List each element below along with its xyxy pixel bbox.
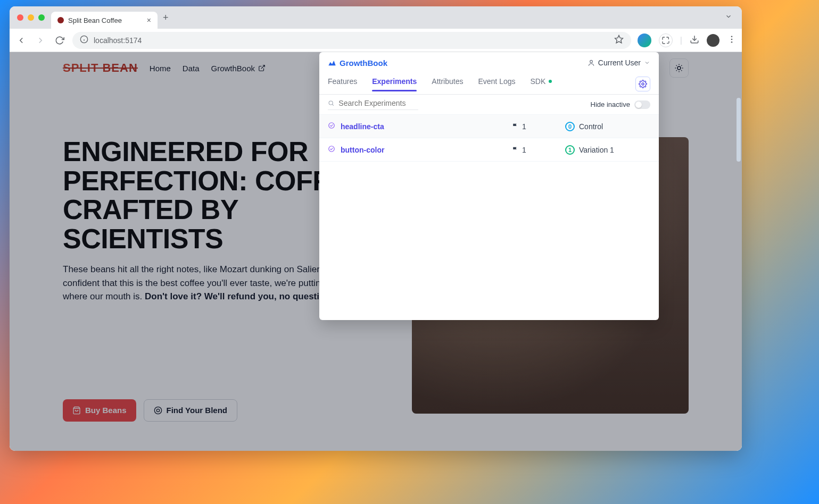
tab-experiments[interactable]: Experiments bbox=[372, 77, 417, 91]
browser-menu-icon[interactable] bbox=[727, 35, 737, 46]
gb-current-user[interactable]: Current User bbox=[588, 58, 650, 67]
tab-sdk-label: SDK bbox=[531, 77, 546, 86]
window-controls bbox=[17, 14, 45, 21]
tab-close-icon[interactable]: × bbox=[147, 16, 151, 24]
browser-window: Split Bean Coffee × + localhost:5174 bbox=[10, 6, 742, 451]
svg-point-6 bbox=[731, 38, 733, 40]
window-close-icon[interactable] bbox=[17, 14, 23, 21]
gear-icon bbox=[639, 80, 647, 88]
gb-search-row: Hide inactive bbox=[319, 95, 659, 115]
svg-line-23 bbox=[333, 104, 334, 105]
gb-logo[interactable]: GrowthBook bbox=[328, 58, 387, 68]
toolbar-right: | bbox=[638, 33, 737, 47]
search-icon bbox=[328, 99, 334, 107]
flag-icon bbox=[512, 123, 519, 130]
variant-label: Control bbox=[579, 122, 603, 131]
variant-label: Variation 1 bbox=[579, 146, 614, 154]
tab-event-logs[interactable]: Event Logs bbox=[478, 77, 515, 91]
growthbook-panel: GrowthBook Current User Features Experim… bbox=[319, 52, 659, 320]
window-maximize-icon[interactable] bbox=[38, 14, 45, 21]
variant-badge: 0 bbox=[565, 122, 575, 131]
svg-point-25 bbox=[329, 146, 335, 152]
experiment-status-icon bbox=[328, 122, 337, 131]
user-icon bbox=[588, 59, 595, 66]
flag-icon bbox=[512, 146, 519, 153]
profile-avatar[interactable] bbox=[707, 34, 719, 47]
site-info-icon[interactable] bbox=[80, 35, 88, 45]
search-input[interactable] bbox=[338, 99, 418, 107]
sdk-status-dot-icon bbox=[549, 80, 552, 83]
chevron-down-icon bbox=[644, 60, 650, 66]
gb-tabs: Features Experiments Attributes Event Lo… bbox=[319, 73, 659, 95]
svg-marker-3 bbox=[615, 36, 623, 43]
tab-attributes[interactable]: Attributes bbox=[432, 77, 463, 91]
hide-inactive-toggle[interactable] bbox=[634, 100, 650, 109]
new-tab-button[interactable]: + bbox=[163, 12, 169, 23]
svg-point-5 bbox=[731, 36, 733, 37]
flag-count-value: 1 bbox=[522, 146, 526, 154]
gb-search[interactable] bbox=[328, 99, 418, 110]
url-field[interactable]: localhost:5174 bbox=[72, 32, 631, 49]
hide-inactive-control: Hide inactive bbox=[591, 100, 650, 109]
window-minimize-icon[interactable] bbox=[28, 14, 34, 21]
extension-growthbook-icon[interactable] bbox=[638, 33, 651, 47]
variant-badge: 1 bbox=[565, 145, 575, 155]
experiment-status-icon bbox=[328, 145, 337, 154]
url-text: localhost:5174 bbox=[94, 36, 142, 45]
tabs-overflow-icon[interactable] bbox=[725, 13, 732, 22]
experiment-row[interactable]: headline-cta 1 0 Control bbox=[319, 115, 659, 138]
hide-inactive-label: Hide inactive bbox=[591, 100, 630, 108]
favicon-icon bbox=[57, 17, 64, 23]
experiment-name: button-color bbox=[341, 146, 384, 154]
gb-current-user-label: Current User bbox=[598, 58, 641, 67]
tab-features[interactable]: Features bbox=[328, 77, 357, 91]
svg-point-22 bbox=[329, 101, 333, 105]
page-content: SPLIT BEAN Home Data GrowthBook ENGINEER… bbox=[10, 52, 742, 451]
browser-tab[interactable]: Split Bean Coffee × bbox=[51, 12, 158, 29]
nav-reload-button[interactable] bbox=[53, 34, 66, 47]
experiment-flag-count: 1 bbox=[512, 122, 565, 131]
url-bar: localhost:5174 | bbox=[10, 29, 742, 52]
gb-brand-text: GrowthBook bbox=[340, 58, 387, 68]
experiment-row[interactable]: button-color 1 1 Variation 1 bbox=[319, 138, 659, 162]
tab-strip: Split Bean Coffee × + bbox=[10, 6, 742, 29]
gb-header: GrowthBook Current User bbox=[319, 52, 659, 73]
gb-settings-button[interactable] bbox=[635, 77, 650, 91]
experiment-variant: 0 Control bbox=[565, 122, 650, 131]
experiment-flag-count: 1 bbox=[512, 146, 565, 154]
tab-title: Split Bean Coffee bbox=[68, 16, 122, 24]
experiment-name: headline-cta bbox=[341, 122, 384, 131]
flag-count-value: 1 bbox=[522, 122, 526, 131]
growthbook-logo-icon bbox=[328, 58, 336, 67]
svg-point-7 bbox=[731, 41, 733, 43]
bookmark-icon[interactable] bbox=[614, 35, 624, 46]
nav-forward-button[interactable] bbox=[34, 34, 47, 47]
scrollbar-thumb[interactable] bbox=[737, 98, 741, 162]
svg-point-24 bbox=[329, 123, 335, 129]
svg-point-20 bbox=[590, 60, 593, 63]
svg-point-21 bbox=[642, 83, 644, 85]
experiment-variant: 1 Variation 1 bbox=[565, 145, 650, 155]
nav-back-button[interactable] bbox=[15, 34, 28, 47]
tab-sdk[interactable]: SDK bbox=[531, 77, 552, 91]
extension-puzzle-icon[interactable] bbox=[659, 33, 673, 47]
downloads-icon[interactable] bbox=[690, 35, 699, 46]
